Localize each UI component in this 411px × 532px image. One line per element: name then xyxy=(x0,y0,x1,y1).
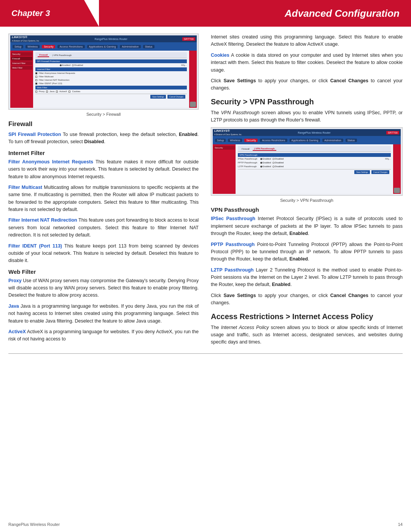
vpn-ipsec-enabled: Enabled xyxy=(260,158,271,160)
ss-check-activex xyxy=(56,91,58,93)
firewall-screenshot-caption: Security > Firewall xyxy=(8,112,199,117)
ss-section-spi: SPI Firewall Protection xyxy=(35,59,187,63)
vpn-screenshot-caption: Security > VPN Passthrough xyxy=(211,198,403,203)
ss-spi-radios: Enabled Disabled xyxy=(60,64,83,66)
pptp-bold: Enabled xyxy=(289,256,308,262)
vpn-screenshot: LINKSYS®A Division of Cisco Systems, Inc… xyxy=(213,129,401,194)
ss-model: RangePlus Wireless Router xyxy=(94,38,127,40)
vpn-passthrough-heading: VPN Passthrough xyxy=(211,206,403,213)
vpn-subnav-firewall: Firewall xyxy=(240,147,251,150)
ss-right-bar xyxy=(189,51,197,108)
pptp-end: . xyxy=(308,256,309,262)
vpn-save-btn: Save Settings xyxy=(354,170,370,174)
ss-cookies-label: Cookies xyxy=(72,90,80,93)
vpn-l2tp-enabled: Enabled xyxy=(260,165,271,168)
vpn-note: Mfg... xyxy=(385,158,391,160)
access-heading: Access Restrictions > Internet Access Po… xyxy=(211,312,403,321)
proxy-paragraph: Proxy Use of WAN proxy servers may compr… xyxy=(8,277,199,299)
vpn-nav-status: Status xyxy=(346,139,357,142)
vpn-ss-topbar: LINKSYS®A Division of Cisco Systems, Inc… xyxy=(213,129,401,136)
right-column: Internet sites created using this progra… xyxy=(206,34,411,350)
firewall-screenshot-box: LINKSYS®A Division of Cisco Systems, Inc… xyxy=(8,34,199,110)
l2tp-bold: Enabled xyxy=(272,282,291,287)
ss-filter-anon-row: Filter Anonymous Internet Requests xyxy=(35,72,187,74)
ss-spi-enabled: Enabled xyxy=(60,64,70,66)
filter-ident-term: Filter IDENT (Port 113) xyxy=(8,243,62,249)
vpn-content-area: Firewall | VPN Passthrough VPN Passthrou… xyxy=(236,144,393,194)
vpn-pptp-row: PPTP Passthrough Enabled Disabled xyxy=(238,161,391,164)
vpn-save-bold: Save Settings xyxy=(223,293,256,298)
cancel-bold: Cancel Changes xyxy=(330,78,368,83)
ss-proxy-label: Proxy xyxy=(39,90,45,93)
cookies-text: A cookie is data stored on your computer… xyxy=(211,53,403,73)
ss-nav-apps: Applications & Gaming xyxy=(87,45,118,48)
firewall-spi-paragraph: SPI Firewall Protection To use firewall … xyxy=(8,131,199,146)
ss-nav-security: Security xyxy=(42,45,55,48)
ss-sidebar-security: Security xyxy=(11,52,32,56)
ipsec-term: IPSec Passthrough xyxy=(211,216,255,221)
vpn-sidebar-security: Security xyxy=(213,146,235,150)
vpn-subnav-vpn: | VPN Passthrough xyxy=(253,147,276,151)
vpn-nav-apps: Applications & Gaming xyxy=(290,139,320,142)
filter-anon-term: Filter Anonymous Internet Requests xyxy=(8,159,93,165)
save-settings-paragraph: Click Save Settings to apply your change… xyxy=(211,77,403,92)
access-text1: The xyxy=(211,325,221,330)
pptp-paragraph: PPTP Passthrough Point-to-Point Tunnelin… xyxy=(211,241,403,263)
l2tp-paragraph: L2TP Passthrough Layer 2 Tunneling Proto… xyxy=(211,267,403,289)
vpn-ss-nav: Setup Wireless Security Access Restricti… xyxy=(213,136,401,144)
pptp-term: PPTP Passthrough xyxy=(211,242,255,247)
activex-cont-text: Internet sites created using this progra… xyxy=(211,34,403,47)
save-text2: to apply your changes, or click xyxy=(256,78,330,83)
vpn-ss-brand: SRTT00 xyxy=(386,131,399,134)
ss-subnav-firewall: Firewall xyxy=(38,53,49,57)
ss-sidebar: Security Firewall Internet Filter Web Fi… xyxy=(10,51,33,108)
ss-check-multicast xyxy=(35,76,37,78)
spi-end: . xyxy=(104,139,105,144)
chapter-label: Chapter 3 xyxy=(0,0,99,27)
filter-nat-term: Filter Internet NAT Redirection xyxy=(8,217,77,223)
ss-filter-anon-label: Filter Anonymous Internet Requests xyxy=(39,72,75,74)
ss-icon xyxy=(190,102,196,107)
activex-cont-paragraph: Internet sites created using this progra… xyxy=(211,34,403,48)
vpn-ss-model: RangePlus Wireless Router xyxy=(298,131,330,134)
ss-logo: LINKSYS®A Division of Cisco Systems, Inc… xyxy=(12,35,40,42)
vpn-right-bar xyxy=(393,144,401,194)
filter-multicast-term: Filter Multicast xyxy=(8,185,42,190)
vpn-ss-logo: LINKSYS®A Division of Cisco Systems, Inc… xyxy=(214,129,242,136)
ss-java-label: Java xyxy=(49,90,54,93)
vpn-pptp-disabled: Disabled xyxy=(272,161,284,164)
ss-nav: Setup Wireless Security Access Restricti… xyxy=(10,42,197,51)
vpn-screenshot-box: LINKSYS®A Division of Cisco Systems, Inc… xyxy=(211,127,403,196)
l2tp-term: L2TP Passthrough xyxy=(211,267,253,273)
ss-nav-setup: Setup xyxy=(13,45,23,48)
ss-check-proxy xyxy=(35,91,37,93)
spi-enabled: Enabled xyxy=(179,132,198,137)
spi-text1: To use firewall protection, keep the def… xyxy=(61,132,179,137)
page-footer: RangePlus Wireless Router 14 xyxy=(0,522,411,527)
java-text: Java is a programming language for websi… xyxy=(8,304,199,324)
ss-sidebar-internet-filter: Internet Filter xyxy=(11,61,32,65)
ss-topbar: LINKSYS®A Division of Cisco Systems, Inc… xyxy=(10,35,197,42)
ss-filter-multicast-row: Filter Multicast xyxy=(35,75,187,78)
vpn-l2tp-disabled-dot xyxy=(272,166,274,168)
activex-paragraph: ActiveX ActiveX is a programming languag… xyxy=(8,328,199,343)
vpn-ipsec-disabled-dot xyxy=(272,158,274,160)
vpn-intro-paragraph: The VPN Passthrough screen allows you to… xyxy=(211,109,403,124)
vpn-section-label: VPN Passthrough xyxy=(238,153,391,157)
ss-brand: SRTT00 xyxy=(182,37,195,41)
vpn-nav-wireless: Wireless xyxy=(228,139,242,142)
vpn-l2tp-enabled-dot xyxy=(260,166,262,168)
firewall-screenshot: LINKSYS®A Division of Cisco Systems, Inc… xyxy=(10,35,197,108)
java-term: Java xyxy=(8,304,19,309)
ss-check-nat xyxy=(35,79,37,81)
ss-subnav: Firewall | VPN Passthrough xyxy=(35,52,187,58)
ss-section-web-filter: Web Filter xyxy=(35,86,187,89)
ss-section-inet-filter: Internet Filter xyxy=(35,67,187,71)
vpn-pptp-enabled-dot xyxy=(260,162,262,164)
activex-text: ActiveX is a programming language for we… xyxy=(8,329,199,342)
ss-note: Mfg... xyxy=(181,64,187,66)
title-text: Advanced Configuration xyxy=(285,8,400,19)
vpn-pptp-enabled: Enabled xyxy=(260,161,271,164)
java-paragraph: Java Java is a programming language for … xyxy=(8,303,199,325)
proxy-term: Proxy xyxy=(8,278,22,283)
